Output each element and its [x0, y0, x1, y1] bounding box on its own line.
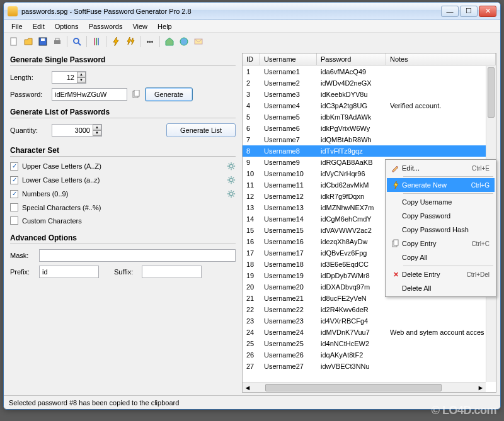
cell-id: 5	[243, 113, 260, 121]
maximize-button[interactable]: ☐	[460, 6, 478, 17]
cell-password: idDpDyb7WMr8	[317, 272, 386, 279]
spin-up-button[interactable]: ▲	[77, 72, 86, 77]
cell-password: id8ucFE2yVeN	[317, 295, 386, 302]
generate-button[interactable]: Generate	[145, 87, 193, 101]
cell-notes: Web and sytem account acces	[386, 328, 486, 336]
cell-id: 22	[243, 306, 260, 313]
column-password[interactable]: Password	[317, 53, 386, 65]
scroll-thumb[interactable]	[488, 67, 495, 118]
charset-row: Numbers (0..9)	[10, 189, 236, 198]
horizontal-scrollbar[interactable]: ◄►	[243, 382, 486, 392]
lightning-multi-icon[interactable]	[124, 35, 137, 48]
copy-icon	[389, 239, 402, 248]
grid-header: ID Username Password Notes	[243, 53, 496, 65]
spin-down-button[interactable]: ▼	[93, 130, 101, 136]
cell-username: Username15	[260, 227, 317, 234]
cell-username: Username11	[260, 181, 317, 189]
ctx-delete-all[interactable]: Delete All	[387, 281, 495, 295]
table-row[interactable]: 5Username5idbKmT9AdAWk	[243, 111, 486, 123]
svg-rect-13	[134, 90, 139, 96]
checkbox[interactable]	[10, 190, 18, 198]
cell-username: Username4	[260, 102, 317, 109]
cell-password: idbKmT9AdAWk	[317, 113, 386, 121]
menu-edit[interactable]: Edit	[28, 21, 50, 31]
table-row[interactable]: 6Username6idkPgVrixW6Wy	[243, 123, 486, 134]
menu-passwords[interactable]: Passwords	[84, 21, 128, 31]
checkbox[interactable]	[10, 216, 18, 225]
cell-username: Username14	[260, 215, 317, 223]
advanced-options-title: Advanced Options	[10, 233, 236, 242]
web-icon[interactable]	[178, 35, 190, 48]
suffix-input[interactable]	[142, 266, 202, 278]
settings-icon[interactable]	[90, 35, 103, 48]
print-icon[interactable]	[51, 35, 64, 48]
ctx-delete-entry[interactable]: ✕ Delete Entry Ctrl+Del	[387, 267, 495, 281]
cell-id: 25	[243, 340, 260, 347]
cell-username: Username19	[260, 272, 317, 279]
gear-icon[interactable]	[227, 162, 236, 171]
cell-id: 12	[243, 193, 260, 200]
table-row[interactable]: 26Username26idqAKyAt8tF2	[243, 349, 486, 361]
mask-icon[interactable]: •••	[144, 35, 156, 48]
cell-password: id4VXrRBCFg4	[317, 317, 386, 325]
menu-view[interactable]: View	[127, 21, 152, 31]
ctx-copy-username[interactable]: Copy Username	[387, 195, 495, 209]
copy-password-icon[interactable]	[131, 89, 141, 100]
lightning-single-icon[interactable]	[110, 35, 122, 48]
cell-id: 6	[243, 125, 260, 132]
table-row[interactable]: 4Username4idC3pA2tg8UGVerified account.	[243, 100, 486, 111]
minimize-button[interactable]: —	[441, 6, 459, 17]
table-row[interactable]: 7Username7idQMBtAbR8Wh	[243, 134, 486, 145]
table-row[interactable]: 24Username24idMVDnK7Vuu7Web and sytem ac…	[243, 327, 486, 338]
table-row[interactable]: 27Username27idwVBECt3NNu	[243, 361, 486, 372]
new-file-icon[interactable]	[8, 35, 20, 48]
checkbox[interactable]	[10, 203, 18, 211]
ctx-copy-entry[interactable]: Copy Entry Ctrl+C	[387, 237, 495, 250]
menu-options[interactable]: Options	[50, 21, 84, 31]
cell-username: Username23	[260, 317, 317, 325]
mask-input[interactable]	[39, 249, 236, 262]
toolbar: •••	[4, 33, 500, 50]
spin-down-button[interactable]: ▼	[77, 77, 86, 83]
ctx-copy-password[interactable]: Copy Password	[387, 209, 495, 223]
column-username[interactable]: Username	[260, 53, 317, 65]
save-icon[interactable]	[37, 35, 49, 48]
checkbox[interactable]	[10, 162, 18, 171]
table-row[interactable]: 2Username2idWDv4D2neGX	[243, 77, 486, 89]
open-file-icon[interactable]	[22, 35, 35, 48]
column-id[interactable]: ID	[243, 53, 260, 65]
close-button[interactable]: ✕	[479, 6, 496, 17]
ctx-copy-all[interactable]: Copy All	[387, 250, 495, 264]
menu-file[interactable]: File	[6, 21, 28, 31]
menu-help[interactable]: Help	[152, 21, 177, 31]
title-bar[interactable]: passwords.spg - SoftFuse Password Genera…	[4, 3, 500, 20]
status-text: Selected password #8 has been copied to …	[9, 399, 179, 407]
gear-icon[interactable]	[227, 176, 236, 184]
column-notes[interactable]: Notes	[386, 53, 496, 65]
cell-id: 1	[243, 68, 260, 76]
scroll-thumb[interactable]	[265, 384, 442, 391]
spin-up-button[interactable]: ▲	[93, 125, 101, 130]
window-controls: — ☐ ✕	[441, 6, 496, 17]
table-row[interactable]: 8Username8idTvFfTz9gqz	[243, 145, 486, 157]
ctx-copy-hash[interactable]: Copy Password Hash	[387, 223, 495, 237]
table-row[interactable]: 23Username23id4VXrRBCFg4	[243, 315, 486, 327]
divider	[10, 244, 236, 244]
checkbox[interactable]	[10, 176, 18, 184]
table-row[interactable]: 22Username22id2R4Kwv6deR	[243, 304, 486, 315]
gear-icon[interactable]	[227, 189, 236, 198]
table-row[interactable]: 3Username3idKeebkDYV8u	[243, 89, 486, 100]
generate-list-button[interactable]: Generate List	[166, 123, 236, 137]
cell-username: Username5	[260, 113, 317, 121]
ctx-edit[interactable]: Edit... Ctrl+E	[387, 161, 495, 175]
cell-password: idqAKyAt8tF2	[317, 351, 386, 359]
password-output[interactable]	[52, 88, 127, 101]
prefix-input[interactable]	[39, 266, 99, 278]
ctx-generate-new[interactable]: Generate New Ctrl+G	[387, 178, 495, 192]
table-row[interactable]: 1Username1ida6vfMAcQ49	[243, 66, 486, 77]
cell-username: Username3	[260, 91, 317, 98]
table-row[interactable]: 25Username25id4nNCtHcEW2	[243, 338, 486, 349]
search-icon[interactable]	[71, 35, 83, 48]
mail-icon[interactable]	[192, 35, 205, 48]
home-icon[interactable]	[163, 35, 176, 48]
